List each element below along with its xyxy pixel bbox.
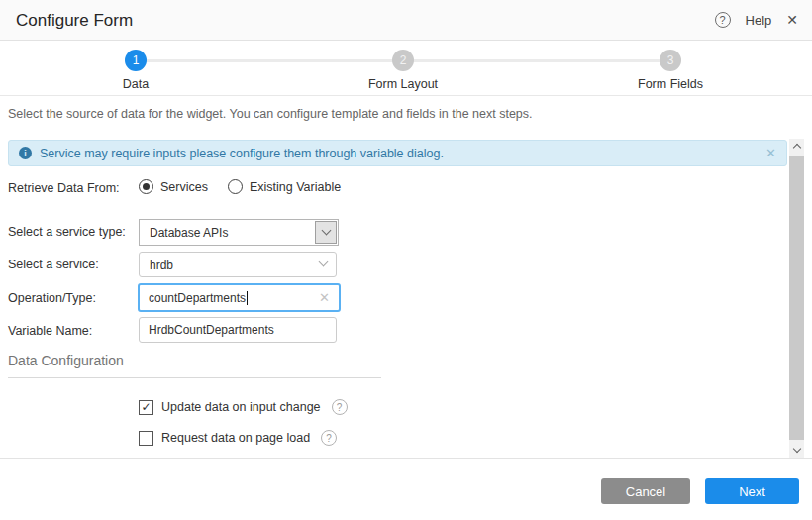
text-caret [247, 291, 248, 305]
service-type-arrow-button[interactable] [315, 221, 337, 244]
chevron-up-icon [792, 144, 800, 152]
service-type-value: Database APIs [150, 226, 228, 240]
info-icon: i [19, 147, 32, 159]
wizard-stepper: 1 2 3 Data Form Layout Form Fields [0, 41, 812, 96]
configure-form-dialog: Configure Form ? Help ✕ 1 2 3 Data Form … [0, 0, 812, 520]
radio-services-label[interactable]: Services [160, 180, 208, 194]
retrieve-data-radio-group: Services Existing Variable [139, 179, 360, 194]
retrieve-data-from-label: Retrieve Data From: [8, 181, 120, 195]
info-banner: i Service may require inputs please conf… [8, 140, 787, 166]
data-configuration-heading: Data Configuration [8, 353, 124, 368]
request-data-help-icon[interactable]: ? [321, 430, 337, 446]
operation-type-input[interactable]: countDepartments ✕ [138, 283, 341, 312]
update-data-checkbox[interactable]: ✓ [139, 400, 153, 415]
radio-services-dot [143, 183, 150, 190]
radio-existing-variable-label[interactable]: Existing Variable [250, 180, 341, 194]
next-button[interactable]: Next [705, 478, 799, 504]
step-3-label: Form Fields [601, 77, 740, 91]
request-data-label[interactable]: Request data on page load [161, 431, 310, 445]
footer-divider [0, 458, 812, 459]
info-banner-text: Service may require inputs please config… [40, 147, 444, 160]
service-label: Select a service: [8, 258, 99, 271]
chevron-down-icon [321, 226, 331, 236]
page-title: Configure Form [16, 11, 133, 31]
banner-close-icon[interactable]: ✕ [765, 146, 776, 160]
update-data-row: ✓ Update data on input change ? [139, 399, 348, 415]
update-data-label[interactable]: Update data on input change [161, 400, 321, 414]
chevron-down-icon [319, 258, 329, 267]
step-1-label: Data [66, 77, 205, 91]
scroll-down-button[interactable] [789, 443, 804, 458]
chevron-down-icon [792, 445, 800, 453]
update-data-help-icon[interactable]: ? [332, 399, 348, 415]
service-type-label: Select a service type: [8, 225, 126, 239]
vertical-scrollbar[interactable] [789, 139, 804, 458]
service-value: hrdb [150, 259, 173, 272]
radio-services[interactable] [139, 179, 153, 194]
header-actions: ? Help ✕ [715, 12, 798, 28]
operation-type-value: countDepartments [149, 291, 246, 305]
variable-name-label: Variable Name: [8, 324, 92, 338]
step-3-circle[interactable]: 3 [660, 50, 681, 71]
help-label[interactable]: Help [746, 13, 772, 28]
clear-icon[interactable]: ✕ [319, 290, 330, 305]
scroll-up-button[interactable] [789, 139, 804, 154]
cancel-button[interactable]: Cancel [601, 478, 690, 504]
section-divider [8, 377, 381, 378]
service-type-select[interactable]: Database APIs [139, 219, 339, 246]
step-2-circle[interactable]: 2 [392, 50, 414, 71]
step-description: Select the source of data for the widget… [8, 107, 533, 121]
radio-existing-variable[interactable] [228, 179, 243, 194]
close-icon[interactable]: ✕ [786, 12, 798, 28]
scrollbar-thumb[interactable] [789, 156, 804, 440]
operation-type-label: Operation/Type: [8, 291, 96, 305]
dialog-header: Configure Form ? Help ✕ [0, 0, 812, 41]
service-select[interactable]: hrdb [139, 252, 337, 277]
variable-name-input[interactable] [139, 317, 337, 343]
step-1-circle[interactable]: 1 [125, 50, 147, 71]
help-icon[interactable]: ? [715, 12, 731, 28]
request-data-row: Request data on page load ? [139, 430, 337, 446]
step-2-label: Form Layout [334, 77, 472, 91]
request-data-checkbox[interactable] [139, 431, 153, 446]
